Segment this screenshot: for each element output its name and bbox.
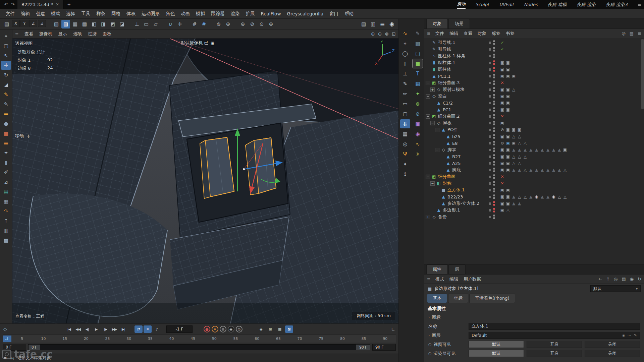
menu-item[interactable]: RealFlow [258,11,284,16]
layer-swatch[interactable] [489,129,491,131]
maximize-icon[interactable]: ⊡ [392,31,396,37]
frame-tick[interactable]: 40 [161,337,182,341]
rotate-icon[interactable]: ⊗ [385,31,389,37]
frame-tick[interactable]: 35 [140,337,161,341]
strip-object-icon[interactable]: ✳ [413,149,423,159]
toolbar-icon[interactable] [185,20,190,28]
toolbar-icon[interactable]: ▦ [71,20,79,28]
object-name[interactable]: B27 [452,154,461,159]
tool-icon[interactable]: ▢ [1,41,11,50]
visibility-dots[interactable] [493,141,496,145]
menu-item[interactable]: 帮助 [341,11,357,17]
attribute-tab[interactable]: 基本 [427,294,447,303]
toolbar-icon[interactable]: ∪ [166,20,175,28]
range-slider[interactable]: 0 F 90 F [28,344,370,350]
visibility-dots[interactable] [493,40,496,45]
record-button[interactable]: ⊕ [220,326,226,333]
close-tab-icon[interactable]: ✕ [56,2,59,7]
object-tags[interactable]: ⊘▣▣△△ [500,141,528,145]
range-start-field[interactable]: 0 F [3,344,26,351]
om-menu-item[interactable]: 对象 [475,31,489,37]
object-name[interactable]: 圆柱体.1.样条 [438,53,466,59]
strip-object-icon[interactable]: ▦ [413,79,423,88]
visibility-dots[interactable] [493,215,496,219]
strip-object-icon[interactable]: ■ [413,59,423,68]
tree-row[interactable]: −◩细分曲面✕ [424,173,644,180]
chevron-icon[interactable]: › [428,315,430,319]
object-tags[interactable]: ▣▣ [500,107,511,112]
frame-tick[interactable]: 70 [289,337,311,341]
strip-tool-icon[interactable]: ▯ [400,59,410,68]
layer-dropdown[interactable]: Default▪⋯✎ [469,332,640,339]
toolbar-icon[interactable] [127,20,132,28]
menu-item[interactable]: 网格 [108,11,123,17]
layer-swatch[interactable] [489,209,491,212]
strip-object-icon[interactable]: ⊘ [413,109,423,118]
panel-tab[interactable]: 对象 [426,19,448,28]
render-toolbar-icon[interactable]: ▥ [369,20,377,28]
tree-row[interactable]: −◧对称✕ [424,180,644,187]
layout-item[interactable]: 夜猫-建模 [548,1,567,8]
toolbar-icon[interactable]: ⊚ [214,20,223,28]
layer-swatch[interactable] [489,169,491,171]
visibility-dots[interactable] [493,60,496,65]
tool-icon[interactable]: ↖ [1,51,11,60]
menu-item[interactable]: 选择 [63,11,78,17]
visibility-dots[interactable] [493,147,496,152]
toolbar-icon[interactable]: X [12,20,20,27]
strip-tool-icon[interactable]: ∿ [400,29,410,38]
object-name[interactable]: 喷射口模块 [443,86,465,93]
toolbar-icon[interactable]: # [190,20,199,28]
keyframe-circle-icon[interactable]: ○ [428,351,432,356]
tree-row[interactable]: ■立方体.1▣▣ [424,187,644,193]
zoom-icon[interactable]: ⊖ [378,31,382,37]
visibility-dots[interactable] [493,47,496,52]
tool-icon[interactable]: ▬ [1,138,11,147]
object-tags[interactable]: ▣▣△△△ [500,154,528,159]
frame-tick[interactable]: 15 [54,337,75,341]
keyframe-diamond-icon[interactable]: ◇ [3,326,7,332]
attribute-tab[interactable]: 坐标 [448,294,468,303]
frame-tick[interactable]: 30 [118,337,140,341]
expand-toggle[interactable]: − [430,121,435,125]
expand-toggle[interactable]: − [426,94,430,99]
menu-item[interactable]: 扩展 [243,11,258,17]
layer-swatch[interactable] [489,75,491,77]
tree-row[interactable]: ▲多边形.1▣△ [424,207,644,214]
viewport-menu-item[interactable]: 过滤 [85,31,100,37]
tree-row[interactable]: +◇喷射口模块▣▣△ [424,86,644,93]
layer-swatch[interactable] [489,135,491,138]
strip-tool-icon[interactable]: ▢ [400,109,410,118]
attr-menu-item[interactable]: 编辑 [447,276,461,282]
viewport-menu-item[interactable]: 选项 [70,31,85,37]
panel-tab[interactable]: 层 [448,264,466,274]
layer-swatch[interactable] [489,115,491,118]
tree-row[interactable]: ▲PC1▣▣ [424,106,644,113]
object-tags[interactable]: ▣▣▲▲▲▲▲▲▲▲▲▣ [500,147,568,152]
toolbar-icon[interactable]: ⊿ [38,20,46,27]
layer-swatch[interactable] [489,88,491,91]
strip-tool-icon[interactable]: ✏ [400,89,410,98]
strip-object-icon[interactable]: T [413,69,423,78]
attr-menu-item[interactable]: 模式 [433,276,447,282]
3d-viewport[interactable]: 透视视图 选取对象 总计 对象 192 边缘 824 默认摄像机 已▣ 移动✛ … [12,39,398,323]
visibility-dots[interactable] [493,114,496,119]
layer-swatch[interactable] [489,122,491,124]
menu-item[interactable]: 创建 [33,11,48,17]
timeline-corner-icon[interactable]: ∟ [391,326,395,332]
chevron-icon[interactable]: › [428,333,430,338]
menu-item[interactable]: 体积 [123,11,139,17]
frame-tick[interactable]: 55 [225,337,247,341]
menu-item[interactable]: 模式 [48,11,63,17]
tree-row[interactable]: ▲A25▣▣△△ [424,160,644,167]
expand-toggle[interactable]: − [430,181,435,186]
expand-toggle[interactable]: + [426,215,430,219]
tree-row[interactable]: ▮圆柱体▣▣ [424,66,644,73]
om-menu-item[interactable]: 查看 [461,31,475,37]
tool-icon[interactable]: ↻ [1,70,11,79]
object-tags[interactable]: ✓ [500,40,505,45]
layout-item[interactable]: Nodes [524,1,538,8]
attr-menu-item[interactable]: 用户数据 [461,276,484,282]
transport-button[interactable]: ▶▶ [110,325,118,333]
tool-icon[interactable]: ◢ [1,80,11,89]
